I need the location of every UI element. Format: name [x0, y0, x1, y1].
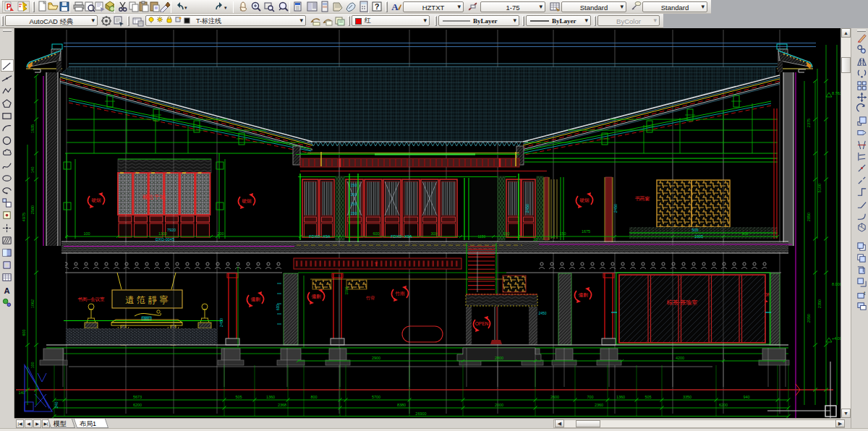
svg-text:600: 600	[22, 329, 26, 336]
svg-text:5700: 5700	[372, 395, 380, 399]
svg-text:2360: 2360	[595, 403, 603, 407]
svg-text:2450: 2450	[219, 318, 224, 327]
svg-text:1550: 1550	[344, 286, 349, 294]
svg-text:100: 100	[30, 362, 35, 368]
svg-text:150: 150	[351, 183, 357, 187]
svg-text:1300: 1300	[158, 231, 167, 236]
svg-text:OPEN: OPEN	[475, 321, 489, 326]
svg-text:2350: 2350	[817, 299, 822, 308]
svg-text:001: 001	[144, 317, 150, 321]
svg-text:T: T	[375, 262, 378, 267]
svg-text:7920: 7920	[167, 228, 176, 232]
svg-text:8.000: 8.000	[832, 282, 841, 286]
svg-text:书画窗: 书画窗	[635, 196, 650, 202]
svg-text:600: 600	[373, 231, 379, 236]
svg-text:2850: 2850	[807, 213, 811, 221]
svg-text:900: 900	[741, 231, 748, 236]
svg-text:1360: 1360	[616, 395, 625, 399]
svg-text:5100: 5100	[817, 184, 822, 192]
svg-text:1360: 1360	[266, 395, 275, 399]
svg-text:FDXG--X9A: FDXG--X9A	[309, 234, 331, 239]
svg-text:DXG-0045: DXG-0045	[156, 237, 174, 242]
svg-text:2000: 2000	[495, 403, 503, 407]
svg-text:偏删: 偏删	[251, 296, 261, 302]
svg-text:2050: 2050	[807, 314, 811, 323]
svg-text:150: 150	[559, 231, 566, 236]
svg-text:505: 505	[692, 228, 698, 232]
svg-text:3350: 3350	[683, 395, 692, 399]
svg-text:竹帘: 竹帘	[366, 295, 375, 300]
svg-text:150: 150	[351, 192, 357, 197]
svg-text:+4.000: +4.000	[832, 336, 841, 341]
svg-text:1675: 1675	[582, 229, 590, 234]
svg-text:硬烟: 硬烟	[579, 197, 590, 203]
svg-text:600: 600	[276, 304, 280, 310]
svg-text:6200: 6200	[719, 403, 728, 407]
svg-text:4200: 4200	[676, 356, 684, 360]
svg-text:26900: 26900	[415, 411, 426, 416]
svg-text:A: A	[391, 1, 399, 12]
svg-text:140: 140	[30, 166, 35, 173]
svg-text:240: 240	[54, 401, 59, 408]
svg-text:150: 150	[503, 231, 509, 236]
svg-text:2375: 2375	[807, 119, 811, 127]
svg-text:偏删: 偏删	[579, 292, 589, 298]
svg-text:硬烟: 硬烟	[242, 198, 252, 204]
svg-text:遺 笵 靜 寧: 遺 笵 靜 寧	[125, 295, 168, 305]
svg-text:2600: 2600	[550, 395, 559, 399]
svg-text:2800: 2800	[495, 356, 503, 360]
svg-text:棕茶·茶瑜室: 棕茶·茶瑜室	[667, 299, 698, 306]
svg-text:150: 150	[351, 202, 357, 206]
svg-text:300: 300	[430, 231, 437, 236]
svg-text:8.763: 8.763	[832, 91, 841, 95]
svg-text:2900: 2900	[372, 356, 380, 360]
svg-text:2450: 2450	[538, 311, 546, 315]
svg-text:1935: 1935	[30, 124, 35, 133]
svg-text:200: 200	[217, 231, 224, 236]
svg-text:8380: 8380	[397, 403, 406, 407]
svg-text:2450: 2450	[613, 204, 618, 213]
svg-text:竹雨: 竹雨	[395, 291, 406, 296]
svg-text:30: 30	[533, 237, 537, 242]
svg-text:800: 800	[310, 395, 317, 399]
svg-text:t: t	[864, 290, 866, 296]
svg-text:偏删: 偏删	[312, 294, 322, 299]
svg-text:940: 940	[743, 395, 749, 399]
svg-text:150: 150	[351, 211, 357, 216]
svg-text:2580: 2580	[30, 205, 35, 214]
svg-text:硬烟: 硬烟	[91, 197, 101, 203]
svg-text:5673: 5673	[133, 395, 142, 399]
svg-text:700: 700	[587, 395, 593, 399]
svg-text:505: 505	[235, 395, 242, 399]
svg-text:1062: 1062	[30, 299, 35, 308]
svg-text:2450: 2450	[525, 204, 529, 213]
svg-text:稽古干城: 稽古干城	[142, 194, 166, 200]
svg-text:FDXG--X9A: FDXG--X9A	[391, 234, 412, 239]
svg-text:100: 100	[83, 231, 90, 236]
svg-text:A: A	[4, 286, 9, 295]
svg-text:?: ?	[375, 2, 380, 11]
svg-text:140: 140	[18, 391, 25, 395]
svg-text:6200: 6200	[133, 403, 142, 407]
svg-text:2368: 2368	[278, 403, 286, 407]
svg-text:505: 505	[644, 395, 651, 399]
svg-text:4975: 4975	[22, 213, 26, 221]
svg-text:书阁--会议室: 书阁--会议室	[78, 296, 105, 302]
